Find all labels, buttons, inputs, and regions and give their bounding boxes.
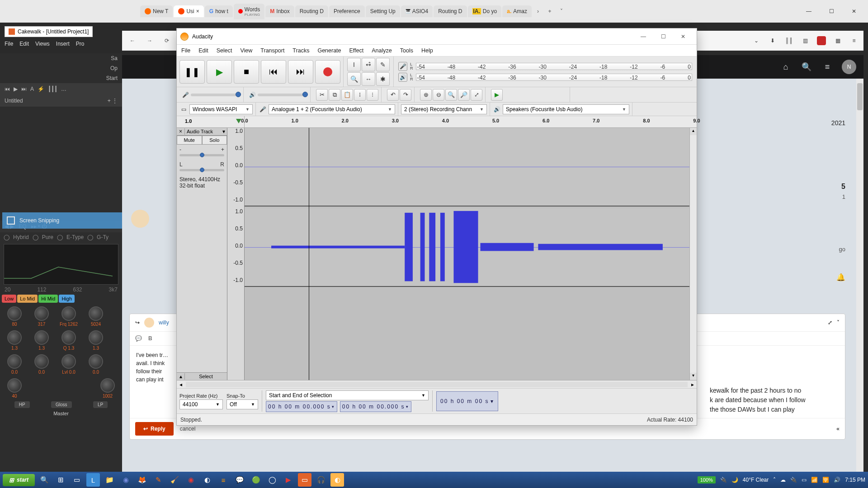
ublock-icon[interactable] <box>816 36 826 46</box>
play-at-speed-icon[interactable]: ▶ <box>491 89 503 101</box>
paste-icon[interactable]: 📋 <box>341 89 353 101</box>
selection-start-field[interactable]: 00 h 00 m 00.000 s▾ <box>266 401 337 412</box>
window-maximize-icon[interactable]: ☐ <box>653 30 673 43</box>
track-select-button[interactable]: Select <box>185 373 227 380</box>
mic-icon[interactable]: 🎤 <box>398 62 407 71</box>
browser-tab[interactable]: Setting Up <box>366 5 400 17</box>
audacity-menubar[interactable]: FileEditSelectViewTransportTracksGenerat… <box>177 45 697 56</box>
taskbar-app[interactable]: 💬 <box>233 473 246 487</box>
window-maximize-icon[interactable]: ☐ <box>822 5 841 18</box>
collapse-icon[interactable]: ▴ <box>177 373 185 380</box>
pocket-icon[interactable]: ⌄ <box>751 36 761 46</box>
browser-tab[interactable]: New T <box>140 5 173 17</box>
zoom-fit-icon[interactable]: 🔎 <box>458 89 470 101</box>
taskbar-app[interactable]: ▶ <box>282 473 295 487</box>
horizontal-scrollbar[interactable]: ◂▸ <box>177 380 697 388</box>
solo-button[interactable]: Solo <box>202 136 227 145</box>
trim-icon[interactable]: ⁞ <box>354 89 366 101</box>
audio-position-display[interactable]: 00 h 00 m 00 s▾ <box>436 391 498 411</box>
back-icon[interactable]: ← <box>127 35 138 47</box>
selection-end-field[interactable]: 00 h 00 m 00.000 s▾ <box>340 401 411 412</box>
recording-channels-select[interactable]: 2 (Stereo) Recording Chann▼ <box>401 104 487 114</box>
tabs-list-icon[interactable]: ˅ <box>556 6 567 17</box>
track-name[interactable]: Audio Track <box>185 128 221 135</box>
avatar[interactable]: N <box>842 60 856 74</box>
envelope-tool-icon[interactable]: ↔̂ <box>362 58 375 71</box>
taskbar-app[interactable]: ◉ <box>184 473 198 487</box>
play-head-icon[interactable] <box>236 119 241 123</box>
taskbar-app[interactable]: ✎ <box>151 473 165 487</box>
zoom-sel-icon[interactable]: 🔍 <box>445 89 457 101</box>
speaker-icon[interactable]: 🔊 <box>398 73 407 82</box>
pan-slider[interactable]: LR <box>177 160 227 174</box>
steam-icon[interactable]: ◐ <box>200 473 214 487</box>
reload-icon[interactable]: ⟳ <box>161 35 173 47</box>
taskbar-app[interactable]: 🧹 <box>168 473 181 487</box>
audacity-titlebar[interactable]: Audacity — ☐ ✕ <box>177 28 697 45</box>
taskbar[interactable]: ⊞ start 🔍 ⊞ ▭ L 📁 ◉ 🦊 ✎ 🧹 ◉ ◐ ≡ 💬 🟢 ◯ ▶ … <box>0 472 868 488</box>
redo-icon[interactable]: ↷ <box>400 89 411 101</box>
weather-widget[interactable]: 40°F Clear <box>743 477 769 483</box>
start-button[interactable]: ⊞ start <box>3 474 35 486</box>
search-icon[interactable]: 🔍 <box>800 61 813 73</box>
cancel-button[interactable]: cancel <box>180 426 196 432</box>
playback-meter[interactable]: 🔊 LR -54-48-42-36-30-24-18-12-60 <box>398 73 692 82</box>
new-tab-icon[interactable]: + <box>544 6 555 17</box>
selection-tool-icon[interactable]: I <box>347 58 361 71</box>
browser-tab[interactable]: Usi× <box>174 5 203 17</box>
menu-icon[interactable]: ≡ <box>849 36 859 46</box>
browser-tab[interactable]: Routing D <box>434 5 467 17</box>
home-icon[interactable]: ⌂ <box>779 61 792 73</box>
bold-icon[interactable]: B <box>148 335 152 342</box>
reply-button[interactable]: ↩Reply <box>135 422 174 436</box>
volume-icon[interactable]: 🔊 <box>834 477 840 483</box>
browser-tab[interactable]: Routing D <box>295 5 328 17</box>
chevron-down-icon[interactable]: ˅ <box>837 319 840 326</box>
vertical-scrollbar[interactable]: ▴▾ <box>689 128 697 380</box>
cut-icon[interactable]: ✂ <box>316 89 328 101</box>
window-minimize-icon[interactable]: — <box>633 30 653 43</box>
selection-mode-select[interactable]: Start and End of Selection▼ <box>266 390 429 400</box>
reply-username[interactable]: willy <box>159 319 169 326</box>
pause-button[interactable]: ❚❚ <box>179 60 205 84</box>
downloads-icon[interactable]: ⬇ <box>768 36 778 46</box>
play-button[interactable]: ▶ <box>207 60 232 84</box>
audacity-taskbar-icon[interactable]: ◐ <box>330 473 344 487</box>
track-control-panel[interactable]: ×Audio Track▾ MuteSolo -+ LR Stereo, 441… <box>177 128 227 380</box>
timeline-ruler[interactable]: 1.0 0.01.02.03.04.05.06.07.08.09.0 <box>177 116 697 128</box>
snap-to-select[interactable]: Off▼ <box>226 399 258 409</box>
zoom-out-icon[interactable]: ⊖ <box>433 89 444 101</box>
gain-slider[interactable]: -+ <box>177 145 227 160</box>
close-icon[interactable]: × <box>196 8 199 14</box>
network-icon[interactable]: 📶 <box>811 477 818 483</box>
extension-icon[interactable]: ▦ <box>833 36 843 46</box>
recording-meter[interactable]: 🎤 LR -54-48-42-36-30-24-18-12-60 <box>398 62 692 71</box>
taskbar-app[interactable]: ≡ <box>217 473 230 487</box>
browser-tab[interactable]: Preference <box>329 5 365 17</box>
draw-tool-icon[interactable]: ✎ <box>376 58 390 71</box>
skip-end-button[interactable]: ⏭ <box>288 60 313 84</box>
skip-start-button[interactable]: ⏮ <box>261 60 286 84</box>
window-close-icon[interactable]: ✕ <box>673 30 693 43</box>
project-rate-select[interactable]: 44100▼ <box>179 399 223 409</box>
browser-tab[interactable]: WordsPLAYING <box>234 4 264 19</box>
browser-tab[interactable]: MInbox <box>265 5 294 17</box>
window-close-icon[interactable]: ✕ <box>844 5 863 18</box>
cakewalk-taskbar-icon[interactable]: ▭ <box>298 473 311 487</box>
mute-button[interactable]: Mute <box>177 136 202 145</box>
copy-icon[interactable]: ⧉ <box>329 89 340 101</box>
taskbar-app[interactable]: 🟢 <box>249 473 263 487</box>
usb-icon[interactable]: 🔌 <box>790 477 797 483</box>
zoom-in-icon[interactable]: ⊕ <box>420 89 432 101</box>
waveform-area[interactable]: ▴▾ <box>245 128 697 380</box>
browser-tab[interactable]: IA.Do yo <box>468 5 502 17</box>
cakewalk-toolbar[interactable]: ⏮▶⏭ A⚡┃┃┃… <box>0 83 122 95</box>
zoom-tool-icon[interactable]: 🔍 <box>347 72 361 86</box>
playback-device-select[interactable]: Speakers (Focusrite Usb Audio)▼ <box>503 104 629 114</box>
taskbar-app[interactable]: 📁 <box>103 473 116 487</box>
recording-volume-slider[interactable]: 🎤 <box>179 87 244 102</box>
onedrive-icon[interactable]: ☁ <box>780 477 786 483</box>
tray-expand-icon[interactable]: ˄ <box>773 477 776 483</box>
audio-host-select[interactable]: Windows WASAPI▼ <box>189 104 253 114</box>
firefox-icon[interactable]: 🦊 <box>135 473 149 487</box>
